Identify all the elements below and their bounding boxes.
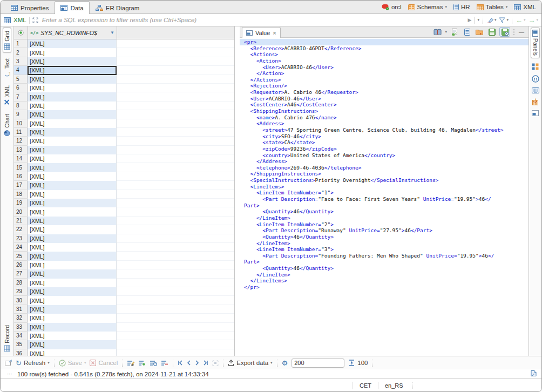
tab-xml[interactable]: XML (3, 82, 11, 109)
row-number[interactable]: 12 (14, 137, 28, 145)
table-row[interactable]: 36[XML] (14, 349, 234, 356)
save-value-button[interactable] (487, 28, 497, 36)
xml-cell[interactable]: [XML] (28, 92, 117, 101)
tab-grid[interactable]: Grid (3, 28, 11, 53)
xml-cell[interactable]: [XML] (28, 190, 117, 199)
table-row[interactable]: 22[XML] (14, 225, 234, 234)
xml-cell[interactable]: [XML] (28, 66, 117, 75)
table-row[interactable]: 25[XML] (14, 252, 234, 260)
row-number[interactable]: 31 (14, 305, 28, 314)
row-number[interactable]: 30 (14, 296, 28, 305)
tab-record[interactable]: Record (3, 322, 11, 355)
overflow-icon[interactable]: ⋯ (7, 371, 13, 377)
xml-cell[interactable]: [XML] (28, 323, 117, 332)
xml-cell[interactable]: [XML] (28, 252, 117, 260)
table-row[interactable]: 12[XML] (14, 137, 234, 145)
table-row[interactable]: 3[XML] (14, 57, 234, 66)
timezone-indicator[interactable]: CET (353, 382, 378, 389)
row-number[interactable]: 33 (14, 323, 28, 332)
row-number[interactable]: 20 (14, 207, 28, 216)
settings-gear-icon[interactable]: ⚙ (282, 360, 288, 367)
row-number[interactable]: 32 (14, 314, 28, 322)
add-row-button[interactable] (138, 360, 146, 366)
nav-back-button[interactable]: ← ▾ (516, 17, 526, 24)
xml-cell[interactable]: [XML] (28, 119, 117, 128)
dictionary-button[interactable] (432, 28, 442, 36)
filters-menu-button[interactable]: ▾ (499, 17, 509, 23)
tab-text[interactable]: T Text (3, 55, 11, 80)
table-row[interactable]: 8[XML] (14, 102, 234, 110)
apply-filter-button[interactable]: ▶ (468, 17, 472, 23)
table-row[interactable]: 6[XML] (14, 84, 234, 92)
sql-filter-input[interactable] (41, 16, 465, 24)
xml-cell[interactable]: [XML] (28, 207, 117, 216)
row-number[interactable]: 36 (14, 349, 28, 356)
xml-cell[interactable]: [XML] (28, 296, 117, 305)
xml-cell[interactable]: [XML] (28, 234, 117, 243)
xml-cell[interactable]: [XML] (28, 75, 117, 84)
xml-cell[interactable]: [XML] (28, 332, 117, 340)
last-row-button[interactable] (203, 360, 208, 366)
filter-history-dropdown[interactable]: ▾ (477, 18, 479, 22)
open-in-new-window-button[interactable] (5, 360, 12, 366)
row-number[interactable]: 29 (14, 287, 28, 296)
xml-cell[interactable]: [XML] (28, 163, 117, 172)
row-number[interactable]: 21 (14, 217, 28, 225)
document-button[interactable] (462, 28, 472, 36)
auto-save-button[interactable] (499, 27, 510, 37)
table-row[interactable]: 20[XML] (14, 207, 234, 216)
row-count-button[interactable]: 100 (348, 360, 368, 366)
row-number[interactable]: 18 (14, 190, 28, 199)
row-number[interactable]: 3 (14, 57, 28, 66)
table-row[interactable]: 7[XML] (14, 92, 234, 101)
table-row[interactable]: 19[XML] (14, 199, 234, 207)
row-number[interactable]: 34 (14, 332, 28, 340)
load-value-button[interactable] (450, 28, 459, 36)
chevron-down-icon[interactable]: ▾ (445, 30, 447, 34)
export-data-button[interactable]: Export data ▾ (228, 360, 272, 366)
row-number[interactable]: 6 (14, 84, 28, 92)
row-number[interactable]: 24 (14, 243, 28, 252)
table-row[interactable]: 33[XML] (14, 323, 234, 332)
xml-cell[interactable]: [XML] (28, 154, 117, 163)
table-row[interactable]: 24[XML] (14, 243, 234, 252)
tab-chart[interactable]: Chart (3, 111, 11, 140)
row-number[interactable]: 11 (14, 128, 28, 137)
calc-panel-icon[interactable] (532, 98, 539, 105)
xml-cell[interactable]: [XML] (28, 199, 117, 207)
table-row[interactable]: 27[XML] (14, 269, 234, 278)
table-row[interactable]: 2[XML] (14, 48, 234, 57)
xml-cell[interactable]: [XML] (28, 225, 117, 234)
clear-filter-button[interactable]: ▾ (486, 17, 497, 23)
close-icon[interactable]: × (273, 30, 276, 36)
minimize-panel-icon[interactable]: — (519, 29, 524, 35)
xml-cell[interactable]: [XML] (28, 102, 117, 110)
edit-cell-button[interactable] (127, 360, 134, 366)
row-number[interactable]: 2 (14, 48, 28, 57)
row-number[interactable]: 16 (14, 172, 28, 181)
row-number[interactable]: 35 (14, 340, 28, 349)
xml-cell[interactable]: [XML] (28, 181, 117, 190)
table-row[interactable]: 30[XML] (14, 296, 234, 305)
row-number[interactable]: 13 (14, 146, 28, 154)
row-number[interactable]: 17 (14, 181, 28, 190)
xml-cell[interactable]: [XML] (28, 217, 117, 225)
row-number[interactable]: 10 (14, 119, 28, 128)
fetch-size-input[interactable] (292, 359, 344, 368)
select-all-corner[interactable] (14, 26, 28, 39)
xml-cell[interactable]: [XML] (28, 110, 117, 119)
xml-cell[interactable]: [XML] (28, 279, 117, 287)
cancel-button[interactable]: Cancel (90, 360, 118, 366)
xml-cell[interactable]: [XML] (28, 57, 117, 66)
xml-cell[interactable]: [XML] (28, 137, 117, 145)
first-row-button[interactable] (178, 360, 183, 366)
xml-cell[interactable]: [XML] (28, 269, 117, 278)
table-row[interactable]: 1[XML] (14, 39, 234, 48)
tab-er-diagram[interactable]: ER Diagram (90, 2, 146, 13)
xml-cell[interactable]: [XML] (28, 305, 117, 314)
row-number[interactable]: 23 (14, 234, 28, 243)
tab-value[interactable]: Value × (242, 27, 281, 38)
delete-row-button[interactable] (161, 360, 168, 366)
previous-row-button[interactable] (187, 360, 191, 366)
row-number[interactable]: 28 (14, 279, 28, 287)
